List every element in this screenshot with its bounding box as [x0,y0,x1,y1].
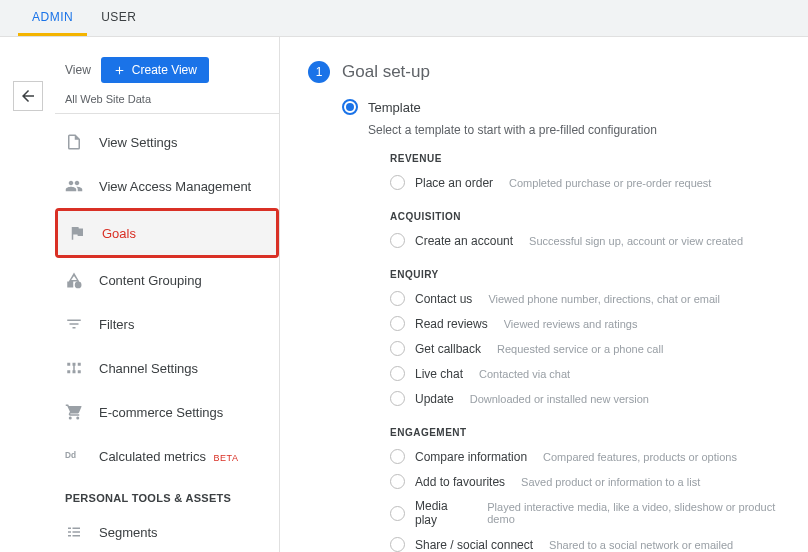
category-block: REVENUEPlace an orderCompleted purchase … [390,153,796,195]
option-description: Shared to a social network or emailed [549,539,733,551]
category-block: ACQUISITIONCreate an accountSuccessful s… [390,211,796,253]
category-head: ENQUIRY [390,269,796,280]
sidebar-item-label: View Settings [99,135,178,150]
calculated-metrics-icon: Dd [65,447,83,465]
step-header: 1 Goal set-up [308,61,796,83]
option-title: Read reviews [415,317,488,331]
nav-tabs: ADMIN USER [0,0,808,37]
flag-icon [68,224,86,242]
template-description: Select a template to start with a pre-fi… [368,123,796,137]
template-option-row[interactable]: UpdateDownloaded or installed new versio… [390,386,796,411]
radio-unselected-icon [390,316,405,331]
plus-icon [113,64,126,77]
radio-unselected-icon [390,474,405,489]
radio-unselected-icon [390,291,405,306]
divider [55,113,279,114]
template-option[interactable]: Template [342,99,796,115]
sidebar-item-label: Calculated metrics [99,449,206,464]
option-title: Share / social connect [415,538,533,552]
radio-unselected-icon [390,391,405,406]
tab-admin[interactable]: ADMIN [18,0,87,36]
template-option-row[interactable]: Create an accountSuccessful sign up, acc… [390,228,796,253]
people-icon [65,177,83,195]
option-title: Place an order [415,176,493,190]
beta-badge: BETA [214,453,239,463]
section-personal-tools: PERSONAL TOOLS & ASSETS [55,478,279,510]
option-description: Viewed phone number, directions, chat or… [488,293,720,305]
sidebar-item-segments[interactable]: Segments [55,510,279,552]
sidebar-item-label: View Access Management [99,179,251,194]
segments-icon [65,523,83,541]
radio-unselected-icon [390,537,405,552]
option-description: Saved product or information to a list [521,476,700,488]
radio-selected-icon [342,99,358,115]
template-option-row[interactable]: Compare informationCompared features, pr… [390,444,796,469]
option-description: Played interactive media, like a video, … [487,501,796,525]
back-column [0,37,55,552]
svg-text:Dd: Dd [65,451,76,460]
sidebar-item-label: Segments [99,525,158,540]
create-view-label: Create View [132,63,197,77]
option-title: Live chat [415,367,463,381]
template-option-row[interactable]: Place an orderCompleted purchase or pre-… [390,170,796,195]
template-option-row[interactable]: Live chatContacted via chat [390,361,796,386]
content-grouping-icon [65,271,83,289]
tab-user[interactable]: USER [87,0,150,36]
radio-unselected-icon [390,449,405,464]
view-name[interactable]: All Web Site Data [55,93,279,113]
document-icon [65,133,83,151]
view-label: View [65,63,91,77]
option-title: Media play [415,499,471,527]
template-option-row[interactable]: Media playPlayed interactive media, like… [390,494,796,532]
option-title: Contact us [415,292,472,306]
option-description: Contacted via chat [479,368,570,380]
option-description: Compared features, products or options [543,451,737,463]
template-option-row[interactable]: Read reviewsViewed reviews and ratings [390,311,796,336]
sidebar-item-label: Content Grouping [99,273,202,288]
sidebar-item-view-settings[interactable]: View Settings [55,120,279,164]
filter-icon [65,315,83,333]
step-badge: 1 [308,61,330,83]
sidebar-item-goals[interactable]: Goals [58,211,276,255]
sidebar-item-access-management[interactable]: View Access Management [55,164,279,208]
radio-unselected-icon [390,341,405,356]
option-description: Viewed reviews and ratings [504,318,638,330]
radio-unselected-icon [390,506,405,521]
option-title: Get callback [415,342,481,356]
sidebar-item-calculated-metrics[interactable]: Dd Calculated metrics BETA [55,434,279,478]
sidebar-item-filters[interactable]: Filters [55,302,279,346]
template-option-row[interactable]: Add to favouritesSaved product or inform… [390,469,796,494]
sidebar-list: View Settings View Access Management Goa… [55,120,279,552]
radio-unselected-icon [390,366,405,381]
arrow-left-icon [19,87,37,105]
template-option-row[interactable]: Contact usViewed phone number, direction… [390,286,796,311]
category-block: ENGAGEMENTCompare informationCompared fe… [390,427,796,552]
category-block: ENQUIRYContact usViewed phone number, di… [390,269,796,411]
radio-unselected-icon [390,175,405,190]
main-content: 1 Goal set-up Template Select a template… [280,37,808,552]
option-title: Update [415,392,454,406]
channel-icon [65,359,83,377]
sidebar-item-label: Filters [99,317,134,332]
template-label: Template [368,100,421,115]
category-head: REVENUE [390,153,796,164]
template-option-row[interactable]: Share / social connectShared to a social… [390,532,796,552]
step-title: Goal set-up [342,62,430,82]
sidebar-item-channel-settings[interactable]: Channel Settings [55,346,279,390]
view-header: View Create View [55,57,279,93]
category-head: ENGAGEMENT [390,427,796,438]
sidebar-item-label: Goals [102,226,136,241]
option-title: Add to favourites [415,475,505,489]
option-title: Compare information [415,450,527,464]
sidebar-item-ecommerce[interactable]: E-commerce Settings [55,390,279,434]
sidebar-item-label: E-commerce Settings [99,405,223,420]
cart-icon [65,403,83,421]
back-button[interactable] [13,81,43,111]
create-view-button[interactable]: Create View [101,57,209,83]
option-description: Successful sign up, account or view crea… [529,235,743,247]
sidebar-item-content-grouping[interactable]: Content Grouping [55,258,279,302]
option-description: Completed purchase or pre-order request [509,177,711,189]
category-head: ACQUISITION [390,211,796,222]
template-option-row[interactable]: Get callbackRequested service or a phone… [390,336,796,361]
option-title: Create an account [415,234,513,248]
